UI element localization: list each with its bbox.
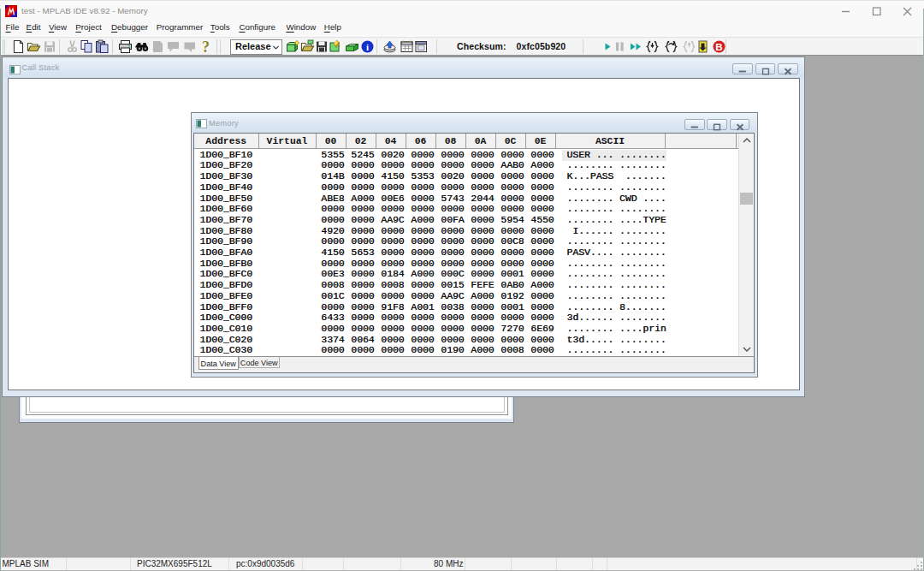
svg-text:?: ? [202,39,210,54]
svg-text:B: B [715,42,722,52]
svg-text:i: i [366,42,369,52]
